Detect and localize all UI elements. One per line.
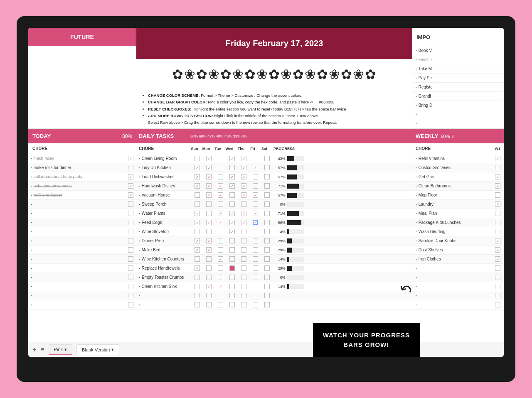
day-check-box[interactable] xyxy=(241,265,246,271)
day-check-box[interactable] xyxy=(206,174,212,179)
day-check-box[interactable] xyxy=(241,238,246,243)
day-check-box[interactable] xyxy=(264,174,270,179)
day-check-box[interactable] xyxy=(253,238,258,243)
weekly-checkbox[interactable] xyxy=(495,201,500,207)
day-check-box[interactable] xyxy=(218,174,223,179)
day-check-box[interactable] xyxy=(218,192,223,198)
day-check-box[interactable] xyxy=(218,229,223,234)
weekly-checkbox[interactable] xyxy=(495,229,500,234)
day-check-box[interactable] xyxy=(253,183,258,189)
day-check-box[interactable] xyxy=(218,284,223,289)
today-checkbox[interactable] xyxy=(128,302,133,307)
day-check-box[interactable] xyxy=(195,265,200,271)
day-check-box[interactable] xyxy=(206,211,212,216)
day-check-box[interactable] xyxy=(253,265,258,271)
today-checkbox[interactable] xyxy=(128,220,133,225)
weekly-checkbox[interactable] xyxy=(495,284,500,289)
day-check-box[interactable] xyxy=(241,165,246,170)
day-check-box[interactable] xyxy=(229,211,235,216)
day-check-box[interactable] xyxy=(241,211,246,216)
day-check-box[interactable] xyxy=(253,275,258,280)
day-check-box[interactable] xyxy=(195,192,200,198)
day-check-box[interactable] xyxy=(241,275,246,280)
day-check-box[interactable] xyxy=(218,211,223,216)
today-checkbox[interactable] xyxy=(128,156,133,161)
day-check-box[interactable] xyxy=(206,165,212,170)
day-check-box[interactable] xyxy=(264,265,270,271)
weekly-checkbox[interactable] xyxy=(495,174,500,179)
day-check-box[interactable] xyxy=(241,156,246,161)
day-check-box[interactable] xyxy=(206,183,212,189)
weekly-checkbox[interactable] xyxy=(495,275,500,280)
day-check-box[interactable] xyxy=(195,247,200,253)
day-check-box[interactable] xyxy=(229,183,235,189)
day-check-box[interactable] xyxy=(264,229,270,234)
day-check-box[interactable] xyxy=(264,302,270,307)
day-check-box[interactable] xyxy=(229,165,235,170)
day-check-box[interactable] xyxy=(264,284,270,289)
day-check-box[interactable] xyxy=(241,229,246,234)
day-check-box[interactable] xyxy=(253,302,258,307)
weekly-checkbox[interactable] xyxy=(495,192,500,198)
day-check-box[interactable] xyxy=(206,275,212,280)
day-check-box[interactable] xyxy=(264,238,270,243)
day-check-box[interactable] xyxy=(264,256,270,262)
today-checkbox[interactable] xyxy=(128,229,133,234)
day-check-box[interactable] xyxy=(218,247,223,253)
day-check-box[interactable] xyxy=(253,156,258,161)
day-check-box[interactable] xyxy=(195,238,200,243)
weekly-checkbox[interactable] xyxy=(495,256,500,262)
day-check-box[interactable] xyxy=(229,284,235,289)
weekly-checkbox[interactable] xyxy=(495,211,500,216)
today-checkbox[interactable] xyxy=(128,265,133,271)
day-check-box[interactable] xyxy=(264,247,270,253)
day-check-box[interactable] xyxy=(241,201,246,207)
day-check-box[interactable] xyxy=(229,238,235,243)
day-check-box[interactable] xyxy=(241,293,246,298)
day-check-box[interactable] xyxy=(264,165,270,170)
day-check-box[interactable] xyxy=(218,183,223,189)
day-check-box[interactable] xyxy=(195,220,200,225)
day-check-box[interactable] xyxy=(218,201,223,207)
weekly-checkbox[interactable] xyxy=(495,165,500,170)
day-check-box[interactable] xyxy=(229,192,235,198)
today-checkbox[interactable] xyxy=(128,211,133,216)
day-check-box[interactable] xyxy=(241,192,246,198)
today-checkbox[interactable] xyxy=(128,201,133,207)
weekly-checkbox[interactable] xyxy=(495,247,500,253)
day-check-box[interactable] xyxy=(253,293,258,298)
day-check-box[interactable] xyxy=(218,156,223,161)
day-check-box[interactable] xyxy=(206,201,212,207)
day-check-box[interactable] xyxy=(241,220,246,225)
weekly-checkbox[interactable] xyxy=(495,265,500,271)
weekly-checkbox[interactable] xyxy=(495,302,500,307)
day-check-box[interactable] xyxy=(218,302,223,307)
today-checkbox[interactable] xyxy=(128,256,133,262)
day-check-box[interactable] xyxy=(229,247,235,253)
day-check-box[interactable] xyxy=(253,256,258,262)
day-check-box[interactable] xyxy=(218,275,223,280)
day-check-box[interactable] xyxy=(253,174,258,179)
day-check-box[interactable] xyxy=(218,256,223,262)
day-check-box[interactable] xyxy=(264,183,270,189)
day-check-box[interactable] xyxy=(253,211,258,216)
day-check-box[interactable] xyxy=(241,183,246,189)
day-check-box[interactable] xyxy=(264,293,270,298)
day-check-box[interactable] xyxy=(229,256,235,262)
day-check-box[interactable] xyxy=(264,156,270,161)
day-check-box[interactable] xyxy=(253,220,258,225)
day-check-box[interactable] xyxy=(195,165,200,170)
day-check-box[interactable] xyxy=(206,247,212,253)
day-check-box[interactable] xyxy=(206,302,212,307)
day-check-box[interactable] xyxy=(229,156,235,161)
tab-menu-icon[interactable]: ≡ xyxy=(40,346,44,354)
day-check-box[interactable] xyxy=(229,220,235,225)
day-check-box[interactable] xyxy=(218,293,223,298)
day-check-box[interactable] xyxy=(195,183,200,189)
day-check-box[interactable] xyxy=(218,265,223,271)
day-check-box[interactable] xyxy=(195,284,200,289)
day-check-box[interactable] xyxy=(195,302,200,307)
day-check-box[interactable] xyxy=(218,220,223,225)
day-check-box[interactable] xyxy=(206,293,212,298)
day-check-box[interactable] xyxy=(206,192,212,198)
